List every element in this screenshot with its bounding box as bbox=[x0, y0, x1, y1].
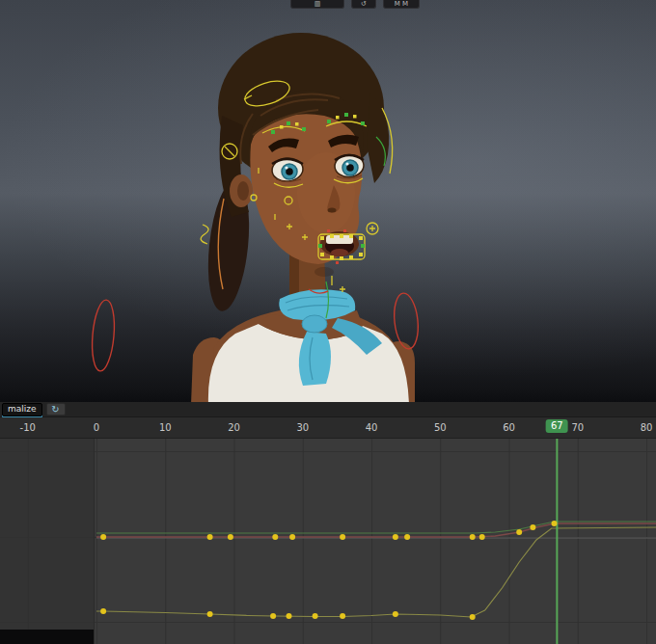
clipped-toolbar-button-2[interactable]: ↺ bbox=[351, 0, 376, 9]
ruler-tick-label[interactable]: 50 bbox=[434, 422, 447, 433]
nostril bbox=[328, 208, 337, 213]
keyframe-dot[interactable] bbox=[479, 534, 485, 540]
keyframe-dot[interactable] bbox=[100, 534, 106, 540]
clipped-toolbar-button-3[interactable]: M M bbox=[383, 0, 420, 9]
keyframe-dot[interactable] bbox=[552, 521, 558, 526]
graph-editor[interactable] bbox=[0, 439, 656, 644]
refresh-button[interactable]: ↻ bbox=[46, 403, 66, 416]
ruler-tick-label[interactable]: 80 bbox=[641, 422, 653, 433]
graph-left-column bbox=[0, 439, 94, 644]
keyframe-dot[interactable] bbox=[287, 613, 292, 619]
keyframe-dot[interactable] bbox=[228, 534, 233, 540]
keyframe-dot[interactable] bbox=[100, 608, 106, 614]
keyframe-dot[interactable] bbox=[530, 524, 535, 530]
keyframe-dot[interactable] bbox=[207, 534, 213, 540]
animation-curve[interactable] bbox=[96, 523, 656, 537]
clipped-panel-icon: ▥ bbox=[314, 0, 321, 8]
character-ear-inner bbox=[237, 181, 249, 201]
character-render bbox=[0, 0, 656, 402]
ruler-tick-label[interactable]: 0 bbox=[94, 422, 99, 433]
keyframe-dot[interactable] bbox=[289, 534, 295, 540]
ruler-tick-label[interactable]: 60 bbox=[503, 422, 515, 433]
animation-curve[interactable] bbox=[96, 527, 656, 617]
timeline-toolbar: malize ↻ bbox=[0, 402, 656, 417]
current-frame-badge[interactable]: 67 bbox=[546, 419, 568, 433]
viewport-3d[interactable]: ▥ ↺ M M bbox=[0, 0, 656, 402]
keyframe-dot[interactable] bbox=[313, 613, 318, 619]
ruler-tick-label[interactable]: 40 bbox=[366, 422, 378, 433]
keyframe-dot[interactable] bbox=[340, 613, 345, 619]
keyframe-dot[interactable] bbox=[340, 534, 345, 540]
chin-shadow bbox=[314, 267, 334, 277]
ruler-tick-label[interactable]: 30 bbox=[296, 422, 309, 433]
rotate-icon: ↺ bbox=[361, 0, 367, 8]
normalize-button[interactable]: malize bbox=[2, 403, 42, 416]
ruler-tick-label[interactable]: -10 bbox=[20, 422, 36, 433]
app-window: ▥ ↺ M M malize ↻ -100102030405060708067 bbox=[0, 0, 656, 644]
ruler-tick-label[interactable]: 20 bbox=[228, 422, 240, 433]
panel-corner bbox=[0, 630, 94, 644]
clipped-toolbar-button-1[interactable]: ▥ bbox=[290, 0, 344, 9]
graph-canvas[interactable] bbox=[0, 439, 656, 644]
keyframe-dot[interactable] bbox=[516, 529, 522, 535]
ruler-tick-label[interactable]: 70 bbox=[571, 422, 584, 433]
frame-ruler[interactable]: -100102030405060708067 bbox=[0, 417, 656, 439]
keyframe-dot[interactable] bbox=[393, 534, 398, 540]
viewport-toolbar: ▥ ↺ M M bbox=[290, 0, 420, 9]
keyframe-dot[interactable] bbox=[393, 611, 398, 617]
keyframe-dot[interactable] bbox=[470, 614, 476, 620]
mirror-icon: M M bbox=[395, 0, 408, 8]
keyframe-dot[interactable] bbox=[470, 534, 476, 540]
keyframe-dot[interactable] bbox=[404, 534, 410, 540]
keyframe-dot[interactable] bbox=[207, 611, 213, 617]
ruler-tick-label[interactable]: 10 bbox=[159, 422, 172, 433]
refresh-icon: ↻ bbox=[51, 404, 59, 415]
keyframe-dot[interactable] bbox=[272, 534, 278, 540]
keyframe-dot[interactable] bbox=[270, 613, 276, 619]
